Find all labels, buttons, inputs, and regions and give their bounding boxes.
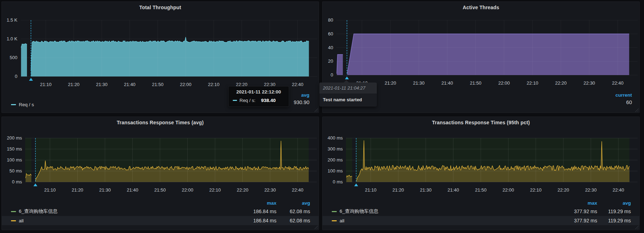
x-axis-tick-label: 22:40 — [612, 81, 624, 86]
legend-stats: avg 930.90 — [294, 92, 309, 105]
legend-value-avg: 119.29 ms — [597, 218, 631, 223]
chart-canvas[interactable] — [346, 138, 638, 182]
annotation-marker-icon[interactable] — [29, 78, 33, 81]
panel-response-times-avg: Transactions Response Times (avg) max av… — [1, 116, 319, 230]
x-axis-tick-label: 21:50 — [475, 188, 487, 193]
y-axis-tick-label: 400 ms — [327, 136, 343, 141]
x-axis-tick-label: 22:00 — [502, 188, 514, 193]
chart-plot-area[interactable] — [25, 138, 317, 182]
legend-header-max[interactable]: max — [243, 200, 276, 206]
x-axis-tick-label: 21:50 — [152, 82, 164, 87]
tooltip-series-label: Req / s: — [240, 98, 255, 103]
legend-value-max: 377.92 ms — [563, 218, 597, 223]
chart-canvas[interactable] — [21, 20, 317, 76]
chart-canvas[interactable] — [336, 20, 638, 75]
panel-resize-handle[interactable] — [635, 226, 639, 229]
chart-canvas[interactable] — [25, 138, 317, 182]
legend-value-max: 186.84 ms — [243, 218, 276, 223]
x-axis-tick-label: 21:50 — [154, 188, 166, 193]
x-axis-tick-label: 21:10 — [44, 188, 56, 193]
legend-series-toggle[interactable]: 6_查询购物车信息 — [332, 208, 563, 215]
y-axis-tick-label: 1.0 K — [7, 36, 17, 41]
y-axis-tick-label: 0 — [331, 73, 333, 78]
series-color-dash — [11, 104, 16, 105]
legend-value-avg: 119.29 ms — [597, 209, 631, 214]
y-axis-tick-label: 60 — [328, 32, 333, 36]
legend-header-max[interactable]: max — [563, 200, 597, 206]
legend-header-avg[interactable]: avg — [276, 200, 310, 206]
x-axis-tick-label: 22:30 — [585, 188, 597, 193]
legend-stats: current 60 — [615, 92, 632, 105]
series-color-dash — [11, 211, 16, 212]
legend-series-toggle[interactable]: all — [332, 218, 563, 223]
annotation-text: Test name started — [319, 93, 377, 107]
legend-table-header: max avg — [2, 199, 319, 207]
x-axis-tick-label: 21:40 — [124, 82, 136, 87]
x-axis-tick-label: 22:10 — [527, 81, 538, 86]
x-axis-tick-label: 21:40 — [127, 188, 138, 193]
series-color-dash — [332, 211, 337, 212]
y-axis-tick-label: 0 ms — [12, 180, 22, 184]
x-axis-tick-label: 21:30 — [413, 81, 425, 86]
legend-stat-header-avg[interactable]: avg — [294, 92, 309, 98]
legend-table: max avg 6_查询购物车信息 377.92 ms 119.29 ms al… — [323, 199, 639, 225]
y-axis-tick-label: 40 — [328, 45, 333, 50]
panel-title[interactable]: Active Threads — [323, 5, 639, 10]
panel-title[interactable]: Total Throughput — [2, 5, 319, 10]
y-axis-tick-label: 300 ms — [327, 147, 343, 152]
series-color-dash — [332, 220, 337, 221]
y-axis-tick-label: 100 ms — [327, 169, 343, 174]
x-axis-tick-label: 22:10 — [530, 188, 542, 193]
x-axis-tick-label: 21:20 — [68, 82, 80, 87]
x-axis-tick-label: 22:30 — [264, 188, 276, 193]
annotation-tooltip: 2021-01-11 21:04:27 Test name started — [319, 83, 377, 107]
y-axis-tick-label: 200 ms — [327, 158, 343, 163]
y-axis-tick-label: 100 ms — [7, 158, 22, 163]
x-axis-tick-label: 22:10 — [208, 82, 220, 87]
annotation-marker-icon[interactable] — [354, 183, 358, 186]
legend-series-toggle[interactable]: all — [11, 218, 243, 223]
y-axis-tick-label: 0 — [15, 74, 17, 79]
y-axis-tick-label: 50 ms — [10, 169, 22, 174]
legend-series-label: all — [19, 218, 24, 223]
grafana-dashboard: Total Throughput Req / s avg 930.90 0500… — [0, 0, 644, 233]
panel-title[interactable]: Transactions Response Times (avg) — [2, 120, 319, 125]
x-axis-tick-label: 22:00 — [182, 188, 193, 193]
panel-resize-handle[interactable] — [314, 226, 318, 229]
x-axis-tick-label: 22:00 — [180, 82, 192, 87]
legend-table: max avg 6_查询购物车信息 186.84 ms 62.08 ms all… — [2, 199, 319, 225]
legend-series-toggle[interactable]: 6_查询购物车信息 — [11, 208, 243, 215]
x-axis-tick-label: 21:40 — [447, 188, 459, 193]
y-axis-tick-label: 1.5 K — [7, 18, 17, 23]
y-axis-tick-label: 20 — [328, 59, 333, 64]
panel-resize-handle[interactable] — [635, 108, 639, 112]
x-axis-tick-label: 21:20 — [72, 188, 83, 193]
series-color-dash — [11, 220, 16, 221]
chart-plot-area[interactable] — [336, 20, 638, 75]
legend-value-max: 377.92 ms — [563, 209, 597, 214]
x-axis-tick-label: 21:30 — [96, 82, 108, 87]
x-axis-tick-label: 22:20 — [555, 81, 567, 86]
annotation-timestamp: 2021-01-11 21:04:27 — [319, 83, 377, 93]
legend-series-label: 6_查询购物车信息 — [340, 208, 379, 215]
x-axis-tick-label: 22:20 — [237, 188, 248, 193]
tooltip-series-row: Req / s: 938.40 — [233, 98, 285, 103]
y-axis-tick-label: 0 ms — [333, 180, 343, 184]
annotation-marker-icon[interactable] — [345, 76, 349, 79]
chart-plot-area[interactable] — [346, 138, 638, 182]
legend-row: 6_查询购物车信息 377.92 ms 119.29 ms — [323, 207, 639, 216]
panel-resize-handle[interactable] — [314, 108, 318, 112]
legend-header-avg[interactable]: avg — [597, 200, 631, 206]
panel-title[interactable]: Transactions Response Times (95th pct) — [323, 120, 639, 125]
legend-stat-header-current[interactable]: current — [615, 92, 632, 98]
x-axis-tick-label: 21:30 — [99, 188, 111, 193]
x-axis-tick-label: 22:20 — [557, 188, 569, 193]
graph-hover-tooltip: 2021-01-11 22:12:00 Req / s: 938.40 — [228, 86, 289, 107]
annotation-marker-icon[interactable] — [33, 183, 37, 186]
chart-plot-area[interactable] — [21, 20, 317, 76]
x-axis-tick-label: 22:40 — [612, 188, 624, 193]
panel-response-times-95pct: Transactions Response Times (95th pct) m… — [322, 116, 640, 230]
series-color-dash — [233, 100, 237, 101]
legend-series-req-s[interactable]: Req / s — [11, 102, 34, 107]
tooltip-series-value: 938.40 — [261, 98, 276, 103]
